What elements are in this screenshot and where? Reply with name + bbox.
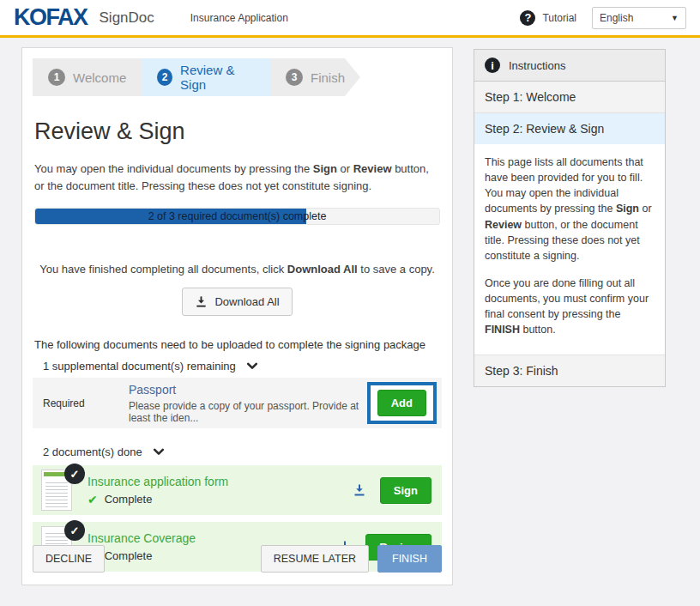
wizard-step-review-sign[interactable]: 2 Review & Sign [142,58,270,96]
supplemental-document-row: Required Passport Please provide a copy … [33,378,442,428]
instructions-header: i Instructions [474,50,665,82]
step-2-number-icon: 2 [157,69,172,86]
language-select-value: English [600,12,633,24]
step-wizard: 1 Welcome 2 Review & Sign 3 Finish [33,58,360,96]
header-right: ? Tutorial English ▼ [520,7,686,29]
sidebar-step-2[interactable]: Step 2: Review & Sign [474,113,665,144]
upload-note: The following documents need to be uploa… [34,338,440,351]
wizard-step-finish[interactable]: 3 Finish [270,58,360,96]
progress-label: 2 of 3 required document(s) complete [35,209,439,224]
progress-bar: 2 of 3 required document(s) complete [34,208,440,225]
kofax-logo: KOFAX [14,4,88,31]
package-title: Insurance Application [190,12,288,24]
finish-button[interactable]: FINISH [377,545,442,573]
add-button[interactable]: Add [377,390,426,416]
check-icon: ✔ [88,493,98,506]
info-icon: i [485,58,500,73]
instructions-title: Instructions [509,59,565,72]
step-3-number-icon: 3 [286,69,303,86]
dropdown-arrow-icon: ▼ [671,14,679,22]
document-description: Please provide a copy of your passport. … [129,400,367,424]
status-text: Complete [105,493,153,506]
language-select[interactable]: English ▼ [592,7,686,29]
panel-footer: DECLINE RESUME LATER FINISH [33,545,442,573]
resume-later-button[interactable]: RESUME LATER [261,545,369,573]
download-icon [195,295,208,308]
step-2-label: Review & Sign [180,63,255,92]
document-title-link[interactable]: Insurance application form [88,475,228,488]
document-row-application-form: ✓ Insurance application form ✔ Complete … [33,465,442,515]
download-all-label: Download All [214,295,279,308]
step-1-number-icon: 1 [48,69,65,86]
document-title-link[interactable]: Insurance Coverage [88,531,196,545]
done-section-label: 2 document(s) done [43,445,142,458]
wizard-step-welcome[interactable]: 1 Welcome [33,58,142,96]
sidebar-step-1[interactable]: Step 1: Welcome [474,82,665,113]
step-1-label: Welcome [73,70,126,85]
decline-button[interactable]: DECLINE [33,545,105,573]
tutorial-link[interactable]: Tutorial [542,12,576,24]
supplemental-section-label: 1 supplemental document(s) remaining [43,360,236,373]
document-title-passport[interactable]: Passport [129,383,367,397]
help-icon[interactable]: ? [520,10,535,26]
download-document-icon[interactable] [353,483,366,497]
intro-text: You may open the individual documents by… [34,161,440,194]
page-title: Review & Sign [34,118,442,145]
download-all-button[interactable]: Download All [182,288,292,316]
sidebar-step-2-description: This page lists all documents that have … [474,144,665,355]
chevron-down-icon [246,361,258,371]
done-section-toggle[interactable]: 2 document(s) done [34,445,440,458]
required-label: Required [43,397,105,409]
add-button-highlight-box: Add [367,382,437,424]
sign-button[interactable]: Sign [380,477,431,504]
app-header: KOFAX SignDoc Insurance Application ? Tu… [0,0,700,38]
product-name: SignDoc [100,9,154,27]
completed-badge-icon: ✓ [64,520,85,541]
sidebar-step-3[interactable]: Step 3: Finish [474,355,665,386]
main-panel: 1 Welcome 2 Review & Sign 3 Finish Revie… [21,47,453,585]
supplemental-section-toggle[interactable]: 1 supplemental document(s) remaining [34,360,440,373]
completed-badge-icon: ✓ [64,464,85,484]
chevron-down-icon [153,447,165,457]
download-note: You have finished completing all documen… [33,263,442,276]
instructions-sidebar: i Instructions Step 1: Welcome Step 2: R… [474,49,666,387]
step-3-label: Finish [311,70,345,85]
